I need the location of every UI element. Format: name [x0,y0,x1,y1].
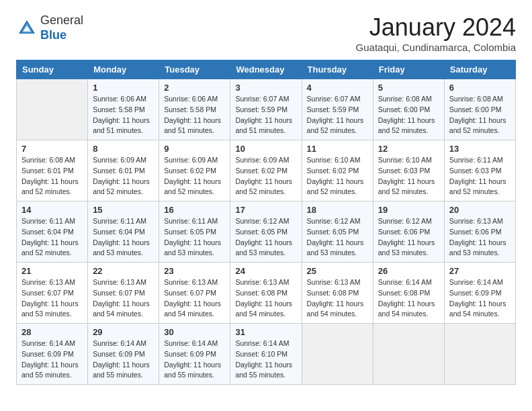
title-area: January 2024 Guataqui, Cundinamarca, Col… [356,13,516,53]
day-header-saturday: Saturday [444,60,515,79]
calendar-cell: 4Sunrise: 6:07 AMSunset: 5:59 PMDaylight… [302,79,373,140]
day-number: 5 [378,83,439,93]
day-number: 26 [378,266,439,276]
day-info: Sunrise: 6:06 AMSunset: 5:58 PMDaylight:… [93,94,154,136]
day-info: Sunrise: 6:11 AMSunset: 6:03 PMDaylight:… [449,155,511,197]
calendar-week-4: 21Sunrise: 6:13 AMSunset: 6:07 PMDayligh… [17,263,516,324]
day-number: 30 [164,327,225,337]
day-info: Sunrise: 6:11 AMSunset: 6:04 PMDaylight:… [21,216,83,259]
day-info: Sunrise: 6:09 AMSunset: 6:02 PMDaylight:… [235,155,296,197]
calendar-cell: 21Sunrise: 6:13 AMSunset: 6:07 PMDayligh… [17,263,88,324]
day-number: 15 [93,205,154,215]
day-info: Sunrise: 6:12 AMSunset: 6:05 PMDaylight:… [307,216,368,259]
day-info: Sunrise: 6:10 AMSunset: 6:02 PMDaylight:… [307,155,368,197]
calendar-week-2: 7Sunrise: 6:08 AMSunset: 6:01 PMDaylight… [17,140,516,201]
calendar-cell: 27Sunrise: 6:14 AMSunset: 6:09 PMDayligh… [444,263,515,324]
calendar-cell: 9Sunrise: 6:09 AMSunset: 6:02 PMDaylight… [159,140,230,201]
calendar-cell: 13Sunrise: 6:11 AMSunset: 6:03 PMDayligh… [444,140,515,201]
day-number: 28 [21,327,83,337]
logo-general-text: General [40,13,83,27]
day-info: Sunrise: 6:06 AMSunset: 5:58 PMDaylight:… [164,94,225,136]
day-number: 27 [449,266,511,276]
logo-text: General Blue [40,13,83,42]
calendar-cell [17,79,88,140]
day-info: Sunrise: 6:08 AMSunset: 6:00 PMDaylight:… [378,94,439,136]
calendar-cell: 2Sunrise: 6:06 AMSunset: 5:58 PMDaylight… [159,79,230,140]
calendar-cell: 25Sunrise: 6:13 AMSunset: 6:08 PMDayligh… [302,263,373,324]
day-info: Sunrise: 6:14 AMSunset: 6:09 PMDaylight:… [164,338,225,381]
day-info: Sunrise: 6:13 AMSunset: 6:08 PMDaylight:… [307,277,368,320]
calendar-cell: 11Sunrise: 6:10 AMSunset: 6:02 PMDayligh… [302,140,373,201]
logo: General Blue [16,13,83,42]
day-number: 9 [164,144,225,154]
calendar-cell [373,324,444,385]
day-number: 21 [21,266,83,276]
day-number: 16 [164,205,225,215]
day-number: 6 [449,83,511,93]
day-number: 11 [307,144,368,154]
calendar-cell: 30Sunrise: 6:14 AMSunset: 6:09 PMDayligh… [159,324,230,385]
day-number: 17 [235,205,296,215]
day-number: 14 [21,205,83,215]
day-header-thursday: Thursday [302,60,373,79]
day-info: Sunrise: 6:13 AMSunset: 6:07 PMDaylight:… [93,277,154,320]
calendar-cell: 28Sunrise: 6:14 AMSunset: 6:09 PMDayligh… [17,324,88,385]
day-number: 19 [378,205,439,215]
day-number: 29 [93,327,154,337]
calendar-cell: 18Sunrise: 6:12 AMSunset: 6:05 PMDayligh… [302,201,373,263]
logo-icon [16,17,38,39]
day-info: Sunrise: 6:14 AMSunset: 6:09 PMDaylight:… [449,277,511,320]
day-number: 2 [164,83,225,93]
calendar-cell: 1Sunrise: 6:06 AMSunset: 5:58 PMDaylight… [88,79,159,140]
day-number: 31 [235,327,296,337]
calendar-week-1: 1Sunrise: 6:06 AMSunset: 5:58 PMDaylight… [17,79,516,140]
day-info: Sunrise: 6:11 AMSunset: 6:04 PMDaylight:… [93,216,154,259]
calendar-cell: 17Sunrise: 6:12 AMSunset: 6:05 PMDayligh… [230,201,302,263]
day-number: 18 [307,205,368,215]
days-header-row: SundayMondayTuesdayWednesdayThursdayFrid… [17,60,516,79]
day-number: 24 [235,266,296,276]
day-number: 10 [235,144,296,154]
day-number: 3 [235,83,296,93]
day-info: Sunrise: 6:13 AMSunset: 6:06 PMDaylight:… [449,216,511,259]
calendar-cell: 22Sunrise: 6:13 AMSunset: 6:07 PMDayligh… [88,263,159,324]
calendar-cell: 15Sunrise: 6:11 AMSunset: 6:04 PMDayligh… [88,201,159,263]
day-header-monday: Monday [88,60,159,79]
day-number: 25 [307,266,368,276]
day-number: 8 [93,144,154,154]
day-info: Sunrise: 6:08 AMSunset: 6:01 PMDaylight:… [21,155,83,197]
day-header-tuesday: Tuesday [159,60,230,79]
calendar-cell: 31Sunrise: 6:14 AMSunset: 6:10 PMDayligh… [230,324,302,385]
day-number: 20 [449,205,511,215]
day-info: Sunrise: 6:07 AMSunset: 5:59 PMDaylight:… [235,94,296,136]
calendar-cell: 19Sunrise: 6:12 AMSunset: 6:06 PMDayligh… [373,201,444,263]
day-info: Sunrise: 6:11 AMSunset: 6:05 PMDaylight:… [164,216,225,259]
day-info: Sunrise: 6:07 AMSunset: 5:59 PMDaylight:… [307,94,368,136]
day-info: Sunrise: 6:14 AMSunset: 6:08 PMDaylight:… [378,277,439,320]
calendar-table: SundayMondayTuesdayWednesdayThursdayFrid… [16,60,516,385]
day-info: Sunrise: 6:14 AMSunset: 6:09 PMDaylight:… [93,338,154,381]
calendar-cell [444,324,515,385]
day-info: Sunrise: 6:09 AMSunset: 6:01 PMDaylight:… [93,155,154,197]
day-number: 13 [449,144,511,154]
calendar-cell: 3Sunrise: 6:07 AMSunset: 5:59 PMDaylight… [230,79,302,140]
day-number: 1 [93,83,154,93]
header: General Blue January 2024 Guataqui, Cund… [16,13,516,53]
calendar-week-3: 14Sunrise: 6:11 AMSunset: 6:04 PMDayligh… [17,201,516,263]
calendar-cell: 6Sunrise: 6:08 AMSunset: 6:00 PMDaylight… [444,79,515,140]
day-info: Sunrise: 6:12 AMSunset: 6:06 PMDaylight:… [378,216,439,259]
calendar-cell: 8Sunrise: 6:09 AMSunset: 6:01 PMDaylight… [88,140,159,201]
calendar-cell: 14Sunrise: 6:11 AMSunset: 6:04 PMDayligh… [17,201,88,263]
logo-blue-text: Blue [40,28,66,42]
day-number: 7 [21,144,83,154]
calendar-cell: 10Sunrise: 6:09 AMSunset: 6:02 PMDayligh… [230,140,302,201]
day-info: Sunrise: 6:09 AMSunset: 6:02 PMDaylight:… [164,155,225,197]
day-info: Sunrise: 6:13 AMSunset: 6:07 PMDaylight:… [21,277,83,320]
day-info: Sunrise: 6:14 AMSunset: 6:10 PMDaylight:… [235,338,296,381]
day-number: 22 [93,266,154,276]
day-info: Sunrise: 6:13 AMSunset: 6:07 PMDaylight:… [164,277,225,320]
day-header-friday: Friday [373,60,444,79]
day-info: Sunrise: 6:12 AMSunset: 6:05 PMDaylight:… [235,216,296,259]
calendar-week-5: 28Sunrise: 6:14 AMSunset: 6:09 PMDayligh… [17,324,516,385]
calendar-cell: 29Sunrise: 6:14 AMSunset: 6:09 PMDayligh… [88,324,159,385]
